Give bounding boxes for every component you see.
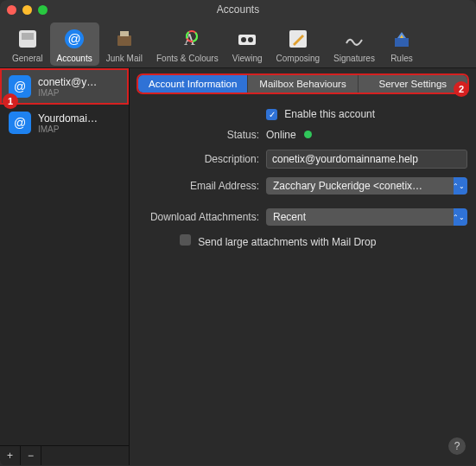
tab-rules[interactable]: Rules [382,22,422,66]
account-item-conetix[interactable]: @ conetix@y… IMAP [0,68,129,105]
close-window-button[interactable] [7,5,16,15]
tab-mailbox-behaviours[interactable]: Mailbox Behaviours [248,75,358,93]
svg-point-11 [248,37,253,42]
enable-account-row[interactable]: ✓ Enable this account [266,108,467,120]
status-label: Status: [138,129,259,141]
download-attachments-label: Download Attachments: [138,211,259,223]
minimize-window-button[interactable] [22,5,32,15]
chevron-updown-icon: ⌃⌄ [453,214,465,221]
tab-label: Rules [390,54,413,63]
titlebar: Accounts [0,0,476,19]
svg-text:A: A [184,31,195,48]
annotation-2: 2 [454,81,469,97]
svg-rect-4 [117,35,131,46]
mail-drop-label: Send large attachments with Mail Drop [198,236,376,248]
description-input[interactable] [266,150,467,169]
svg-text:@: @ [68,31,81,46]
signatures-icon [341,26,367,52]
tab-server-settings[interactable]: Server Settings [359,75,467,93]
email-address-dropdown[interactable]: Zacchary Puckeridge <conetix… ⌃⌄ [266,177,467,195]
accounts-icon: @ [61,26,87,52]
status-online-icon [304,131,312,138]
sidebar-footer: + − [0,445,129,465]
tab-account-information[interactable]: Account Information [138,75,248,93]
chevron-updown-icon: ⌃⌄ [453,182,465,190]
tab-composing[interactable]: Composing [270,22,327,66]
email-label: Email Address: [138,180,259,192]
tab-signatures[interactable]: Signatures [327,22,382,66]
account-protocol: IMAP [38,88,97,98]
dropdown-value: Zacchary Puckeridge <conetix… [273,180,422,192]
tab-label: Viewing [232,54,263,63]
tab-accounts[interactable]: @ Accounts [50,22,99,66]
svg-rect-1 [22,33,34,40]
tab-label: Composing [276,54,321,63]
account-name: Yourdomai… [38,112,98,124]
tab-label: General [12,54,43,63]
remove-account-button[interactable]: − [21,446,41,465]
fonts-colours-icon: A [175,26,200,52]
annotation-1: 1 [3,93,18,109]
tab-general[interactable]: General [5,22,50,66]
rules-icon [389,26,415,52]
download-attachments-dropdown[interactable]: Recent ⌃⌄ [266,208,467,226]
svg-rect-5 [120,31,129,36]
tab-viewing[interactable]: Viewing [225,22,270,66]
composing-icon [285,26,311,52]
tab-label: Signatures [333,54,375,63]
viewing-icon [234,26,260,52]
add-account-button[interactable]: + [0,446,21,465]
preferences-toolbar: General @ Accounts Junk Mail A Fonts & C… [0,19,476,68]
account-content: Account Information Mailbox Behaviours S… [130,68,476,465]
tab-label: Accounts [57,54,92,63]
tab-label: Junk Mail [106,54,143,63]
account-item-yourdomain[interactable]: @ Yourdomai… IMAP [0,105,129,141]
help-button[interactable]: ? [448,437,466,455]
fullscreen-window-button[interactable] [38,5,48,15]
account-list: @ conetix@y… IMAP @ Yourdomai… IMAP [0,68,129,445]
account-name: conetix@y… [38,76,97,88]
checkbox-icon: ✓ [266,109,277,120]
tab-label: Fonts & Colours [156,54,219,63]
window-title: Accounts [0,3,476,16]
window-controls [7,5,48,15]
tab-fonts-colours[interactable]: A Fonts & Colours [149,22,225,66]
svg-point-10 [241,37,246,42]
tab-junk-mail[interactable]: Junk Mail [99,22,149,66]
at-icon: @ [9,112,31,134]
status-value: Online [266,129,296,141]
checkbox-icon [180,234,191,246]
enable-account-label: Enable this account [284,108,375,120]
account-sidebar: @ conetix@y… IMAP @ Yourdomai… IMAP + − [0,68,130,465]
dropdown-value: Recent [273,211,306,223]
svg-rect-13 [395,38,409,47]
account-protocol: IMAP [38,124,98,134]
junk-mail-icon [111,26,137,52]
mail-drop-row[interactable]: Send large attachments with Mail Drop [180,234,467,248]
content-tabs: Account Information Mailbox Behaviours S… [138,75,467,93]
description-label: Description: [138,153,259,165]
general-icon [15,26,41,52]
